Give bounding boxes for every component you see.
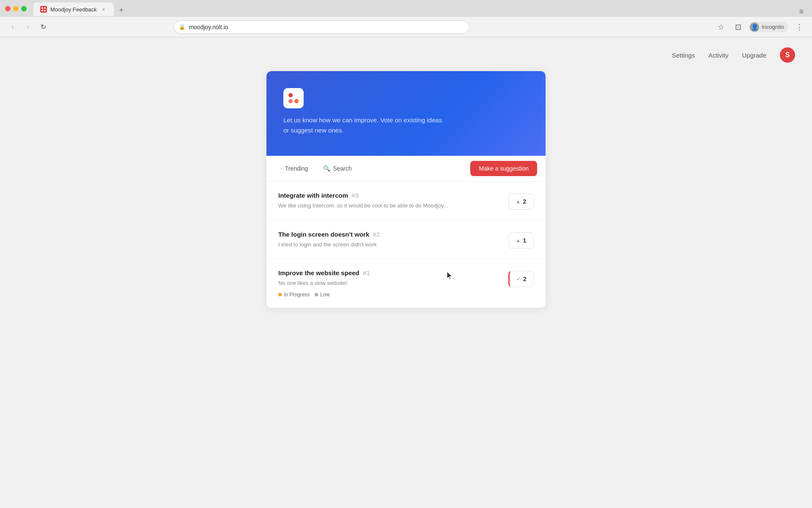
vote-count-2: 1	[523, 237, 527, 244]
status-tag: In Progress	[278, 292, 310, 298]
favicon-dot	[44, 7, 46, 9]
logo-dot-1	[288, 93, 293, 97]
user-avatar[interactable]: S	[780, 47, 795, 63]
incognito-icon: 👤	[750, 22, 759, 32]
feedback-id-1: #3	[351, 192, 359, 199]
feedback-id-3: #1	[363, 269, 370, 276]
priority-dot-gray	[315, 293, 318, 296]
upvote-icon-2: ▲	[516, 238, 521, 243]
browser-titlebar: Moodjoy Feedback × + ≡	[0, 0, 812, 17]
feedback-desc-1: We like using Intercom, so it would be c…	[278, 202, 502, 210]
top-nav: Settings Activity Upgrade S	[655, 37, 812, 73]
favicon-dots	[41, 7, 46, 11]
browser-nav: ‹ › ↻ 🔒 moodjoy.nolt.io ☆ ⊡ 👤 Incognito …	[0, 17, 812, 37]
favicon-dot	[44, 10, 46, 11]
feedback-content-3: Improve the website speed #1 No one like…	[278, 269, 502, 298]
more-options-button[interactable]: ⋮	[793, 21, 805, 33]
tab-close-button[interactable]: ×	[100, 6, 107, 13]
refresh-button[interactable]: ↻	[37, 21, 49, 33]
back-button[interactable]: ‹	[7, 21, 19, 33]
active-tab[interactable]: Moodjoy Feedback ×	[33, 3, 114, 16]
tab-favicon	[40, 6, 47, 13]
close-window-button[interactable]	[5, 6, 11, 11]
search-icon: 🔍	[323, 165, 330, 172]
feedback-item: The login screen doesn't work #2 I tried…	[270, 221, 542, 260]
feedback-list: Integrate with intercom #3 We like using…	[266, 182, 546, 308]
url-text: moodjoy.nolt.io	[189, 24, 464, 30]
status-label: In Progress	[284, 292, 310, 298]
bookmark-button[interactable]: ☆	[715, 21, 727, 33]
vote-button-2[interactable]: ▲ 1	[508, 232, 534, 248]
hero-banner: Let us know how we can improve. Vote on …	[266, 71, 546, 156]
feedback-title-2[interactable]: The login screen doesn't work #2	[278, 231, 502, 238]
feedback-content-1: Integrate with intercom #3 We like using…	[278, 192, 502, 210]
split-screen-button[interactable]: ⊡	[732, 21, 744, 33]
activity-nav-link[interactable]: Activity	[708, 52, 729, 59]
minimize-window-button[interactable]	[13, 6, 19, 11]
feedback-title-3[interactable]: Improve the website speed #1	[278, 269, 502, 276]
vote-button-1[interactable]: ▲ 2	[508, 193, 534, 210]
feedback-title-text-2: The login screen doesn't work	[278, 231, 369, 238]
forward-button[interactable]: ›	[22, 21, 34, 33]
feedback-content-2: The login screen doesn't work #2 I tried…	[278, 231, 502, 249]
search-button[interactable]: 🔍 Search	[317, 162, 357, 175]
check-icon-3: ✓	[516, 276, 521, 282]
feedback-desc-2: I tried to login and the screen didn't w…	[278, 240, 502, 249]
browser-chrome: Moodjoy Feedback × + ≡ ‹ › ↻ 🔒 moodjoy.n…	[0, 0, 812, 37]
address-bar[interactable]: 🔒 moodjoy.nolt.io	[173, 20, 469, 34]
chevron-right-icon: ›	[281, 166, 283, 171]
feedback-title-text-1: Integrate with intercom	[278, 192, 348, 199]
ssl-lock-icon: 🔒	[179, 24, 185, 30]
filter-bar: › Trending 🔍 Search Make a suggestion	[266, 156, 546, 182]
vote-button-3[interactable]: ✓ 2	[508, 271, 534, 287]
feedback-desc-3: No one likes a slow website!	[278, 279, 502, 287]
incognito-badge[interactable]: 👤 Incognito	[749, 22, 788, 33]
trending-label: Trending	[285, 165, 308, 172]
search-label: Search	[333, 165, 351, 172]
maximize-window-button[interactable]	[21, 6, 27, 11]
status-dot-yellow	[278, 293, 282, 296]
feedback-id-2: #2	[373, 231, 380, 238]
tab-bar: Moodjoy Feedback × + ≡	[30, 1, 807, 16]
main-card: Let us know how we can improve. Vote on …	[266, 71, 546, 308]
logo-dot-3	[288, 99, 293, 103]
vote-count-3: 2	[523, 276, 527, 282]
make-suggestion-button[interactable]: Make a suggestion	[470, 161, 537, 176]
tab-list-button[interactable]: ≡	[799, 7, 804, 16]
priority-label: Low	[320, 292, 329, 298]
hero-description: Let us know how we can improve. Vote on …	[283, 115, 444, 135]
vote-count-1: 2	[523, 198, 527, 205]
upgrade-nav-link[interactable]: Upgrade	[742, 52, 766, 59]
favicon-dot	[41, 10, 43, 11]
page-content: Settings Activity Upgrade S Let us know …	[0, 37, 812, 493]
tab-title: Moodjoy Feedback	[50, 6, 97, 13]
feedback-title-1[interactable]: Integrate with intercom #3	[278, 192, 502, 199]
new-tab-button[interactable]: +	[115, 4, 127, 16]
priority-tag: Low	[315, 292, 329, 298]
trending-filter-button[interactable]: › Trending	[275, 162, 314, 175]
upvote-icon-1: ▲	[516, 199, 521, 204]
logo-dots	[288, 93, 299, 103]
logo-dot-2	[294, 93, 299, 97]
app-logo	[283, 88, 304, 108]
nav-right-controls: ☆ ⊡ 👤 Incognito ⋮	[715, 21, 805, 33]
feedback-tags-3: In Progress Low	[278, 292, 502, 298]
feedback-title-text-3: Improve the website speed	[278, 269, 359, 276]
feedback-item: Integrate with intercom #3 We like using…	[270, 182, 542, 221]
incognito-label: Incognito	[762, 24, 784, 30]
favicon-dot	[41, 7, 43, 9]
logo-dot-4	[294, 99, 299, 103]
settings-nav-link[interactable]: Settings	[672, 52, 695, 59]
traffic-lights	[5, 6, 27, 11]
feedback-item: Improve the website speed #1 No one like…	[270, 259, 542, 308]
